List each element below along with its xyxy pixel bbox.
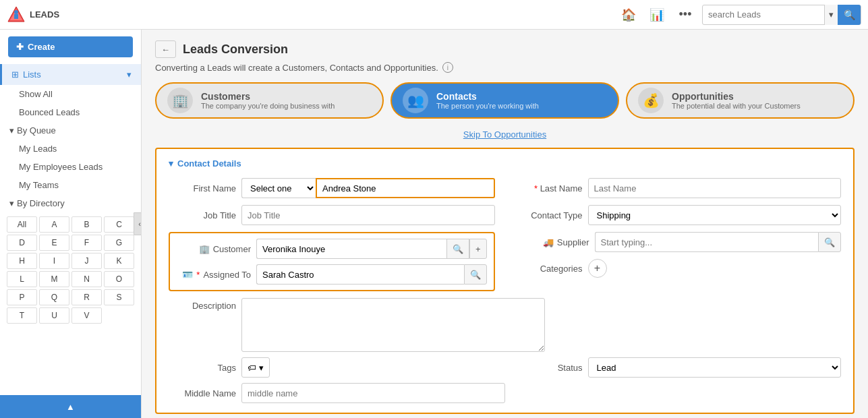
first-name-input[interactable] (316, 178, 495, 198)
assigned-to-row: 🪪 * Assigned To 🔍 (177, 264, 487, 285)
search-bar: ▾ 🔍 (702, 5, 861, 25)
search-go-button[interactable]: 🔍 (838, 5, 861, 25)
sidebar-item-my-employees-leads[interactable]: My Employees Leads (0, 158, 141, 176)
more-button[interactable]: ••• (674, 3, 697, 26)
contact-type-row: Contact Type Shipping Billing Other (515, 205, 842, 225)
supplier-input[interactable] (595, 232, 819, 252)
dir-b[interactable]: B (71, 216, 102, 233)
dir-u[interactable]: U (39, 307, 69, 324)
middle-name-input[interactable] (241, 383, 505, 403)
dir-h[interactable]: H (7, 253, 37, 269)
customer-assignedto-box: 🏢 Customer 🔍 + 🪪 * (169, 232, 495, 291)
first-name-select-wrapper: Select one Mr. Ms. Dr. (241, 178, 316, 198)
search-dropdown-button[interactable]: ▾ (824, 5, 838, 25)
by-directory-chevron-icon: ▾ (9, 198, 14, 208)
dir-all[interactable]: All (7, 216, 37, 233)
assigned-to-search-button[interactable]: 🔍 (464, 264, 487, 285)
search-input[interactable] (703, 9, 824, 20)
page-header: ← Leads Conversion (155, 40, 855, 58)
contact-details-section: ▾ Contact Details First Name Select one … (155, 148, 855, 414)
dir-n[interactable]: N (71, 271, 102, 287)
tags-status-row: Tags 🏷 ▾ Status Lead Active Inactive (169, 357, 841, 378)
first-name-title-select[interactable]: Select one Mr. Ms. Dr. (241, 178, 316, 198)
supplier-icon: 🚚 (543, 237, 554, 247)
dir-q[interactable]: Q (39, 289, 69, 305)
tags-button[interactable]: 🏷 ▾ (241, 357, 270, 378)
middle-name-label: Middle Name (169, 388, 236, 398)
section-title: ▾ Contact Details (169, 158, 841, 169)
sidebar-item-show-all[interactable]: Show All (0, 85, 141, 103)
main-layout: ✚ Create ⊞ Lists ▾ Show All Bounced Lead… (0, 30, 868, 418)
contact-type-label: Contact Type (515, 210, 583, 220)
contact-type-select[interactable]: Shipping Billing Other (588, 205, 842, 225)
logo-icon (7, 5, 26, 24)
customer-label-block: 🏢 Customer (177, 244, 251, 254)
dir-c[interactable]: C (104, 216, 134, 233)
status-row: Status Lead Active Inactive (515, 357, 842, 378)
dir-j[interactable]: J (71, 253, 102, 269)
dir-d[interactable]: D (7, 235, 37, 251)
step-contacts[interactable]: 👥 Contacts The person you're working wit… (390, 82, 619, 119)
tag-icon: 🏷 (248, 363, 256, 373)
dir-g[interactable]: G (104, 235, 134, 251)
status-select[interactable]: Lead Active Inactive (588, 357, 842, 378)
description-label: Description (169, 298, 236, 311)
step-customers[interactable]: 🏢 Customers The company you're doing bus… (155, 82, 384, 119)
dir-f[interactable]: F (71, 235, 102, 251)
customer-input[interactable] (256, 239, 446, 259)
dir-m[interactable]: M (39, 271, 69, 287)
dir-t[interactable]: T (7, 307, 37, 324)
job-title-label: Job Title (169, 210, 236, 220)
sidebar-item-lists[interactable]: ⊞ Lists ▾ (0, 64, 141, 85)
sidebar-item-bounced-leads[interactable]: Bounced Leads (0, 103, 141, 121)
assigned-to-input[interactable] (256, 264, 464, 285)
dir-s[interactable]: S (104, 289, 134, 305)
dir-p[interactable]: P (7, 289, 37, 305)
categories-add-button[interactable]: + (588, 259, 607, 278)
back-button[interactable]: ← (155, 40, 176, 58)
customer-supplier-block: 🏢 Customer 🔍 + 🪪 * (169, 232, 841, 291)
customer-search-button[interactable]: 🔍 (446, 239, 469, 259)
dir-a[interactable]: A (39, 216, 69, 233)
chart-button[interactable]: 📊 (645, 3, 668, 26)
sidebar-item-my-teams[interactable]: My Teams (0, 176, 141, 194)
by-queue-header[interactable]: ▾ By Queue (0, 121, 141, 140)
supplier-search-button[interactable]: 🔍 (818, 232, 841, 252)
assigned-to-input-group: 🔍 (256, 264, 487, 285)
assigned-to-icon: 🪪 (182, 270, 193, 280)
home-button[interactable]: 🏠 (617, 3, 640, 26)
dir-k[interactable]: K (104, 253, 134, 269)
middle-name-row: Middle Name (169, 383, 505, 403)
skip-to-opportunities-link[interactable]: Skip To Opportunities (463, 129, 546, 140)
customer-add-button[interactable]: + (469, 239, 487, 259)
job-title-input[interactable] (241, 205, 495, 225)
dir-l[interactable]: L (7, 271, 37, 287)
status-label: Status (515, 363, 583, 373)
info-icon[interactable]: i (442, 62, 453, 73)
sidebar-collapse-button[interactable]: ‹ (134, 212, 142, 235)
dir-v[interactable]: V (71, 307, 102, 324)
dir-r[interactable]: R (71, 289, 102, 305)
last-name-input[interactable] (588, 178, 842, 198)
categories-label: Categories (515, 264, 583, 274)
create-button[interactable]: ✚ Create (8, 36, 133, 57)
dir-e[interactable]: E (39, 235, 69, 251)
dir-o[interactable]: O (104, 271, 134, 287)
lists-chevron-icon: ▾ (127, 69, 132, 80)
info-line: Converting a Leads will create a Custome… (155, 62, 855, 73)
supplier-categories-block: 🚚 Supplier 🔍 Categories + (515, 232, 842, 291)
by-directory-header[interactable]: ▾ By Directory (0, 194, 141, 212)
opportunities-step-icon: 💰 (638, 88, 664, 113)
description-input[interactable] (241, 298, 545, 352)
section-chevron-icon: ▾ (169, 158, 173, 169)
sidebar-item-my-leads[interactable]: My Leads (0, 140, 141, 158)
by-queue-chevron-icon: ▾ (9, 125, 14, 136)
svg-point-2 (14, 10, 18, 14)
description-row: Description (169, 298, 841, 352)
step-opportunities[interactable]: 💰 Opportunities The potential deal with … (626, 82, 855, 119)
scroll-up-button[interactable]: ▲ (0, 395, 141, 418)
last-name-label: Last Name (515, 183, 583, 193)
svg-rect-3 (14, 14, 18, 19)
top-nav: LEADS 🏠 📊 ••• ▾ 🔍 (0, 0, 868, 30)
dir-i[interactable]: I (39, 253, 69, 269)
